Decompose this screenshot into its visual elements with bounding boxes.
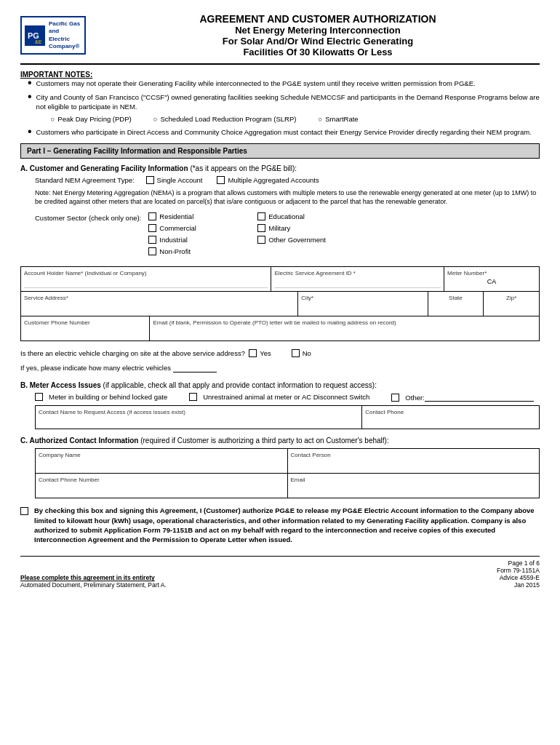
- meter-cell: Meter Number* CA: [444, 267, 539, 291]
- sector-grid: Residential Commercial Industrial Non-Pr…: [148, 212, 374, 259]
- c-phone-input[interactable]: [39, 485, 284, 495]
- ev-follow-up-text: If yes, please indicate how many electri…: [20, 362, 171, 374]
- zip-label: Zip*: [487, 295, 536, 301]
- sub-item-pdp: ○ Peak Day Pricing (PDP): [51, 114, 132, 124]
- svg-text:&E: &E: [35, 39, 42, 44]
- footer-right-line2: Form 79-1151A: [497, 567, 540, 574]
- single-account-option[interactable]: Single Account: [146, 176, 203, 184]
- multiple-accounts-checkbox[interactable]: [217, 176, 225, 184]
- contact-person-label: Contact Person: [291, 452, 537, 458]
- form-fields-block: Account Holder Name* (Individual or Comp…: [20, 266, 540, 341]
- commercial-checkbox[interactable]: [148, 224, 156, 232]
- esa-input[interactable]: [274, 278, 441, 288]
- industrial-checkbox[interactable]: [148, 236, 156, 244]
- ev-no-checkbox[interactable]: [292, 349, 300, 357]
- note-text-2: City and County of San Francisco ("CCSF"…: [36, 93, 540, 111]
- section-c-fields: Company Name Contact Person Contact Phon…: [35, 448, 540, 498]
- city-cell: City*: [298, 292, 428, 316]
- company-row2: Contact Phone Number Email: [36, 474, 539, 498]
- city-label: City*: [301, 295, 424, 301]
- contact-access-fields: Contact Name to Request Access (if acces…: [35, 405, 540, 429]
- email-input[interactable]: [153, 327, 536, 338]
- ev-yes-option[interactable]: Yes: [249, 347, 271, 359]
- sector-educational[interactable]: Educational: [257, 212, 359, 220]
- bullet-dot-1: •: [28, 77, 32, 89]
- esa-cell: Electric Service Agreement ID *: [271, 267, 444, 291]
- contact-access-name-cell: Contact Name to Request Access (if acces…: [36, 406, 362, 429]
- company-row1: Company Name Contact Person: [36, 449, 539, 474]
- sector-nonprofit[interactable]: Non-Profit: [148, 247, 228, 255]
- section-a-title: A. Customer and Generating Facility Info…: [20, 164, 540, 172]
- logo-text-line2: Electric Company®: [49, 36, 81, 51]
- auth-text: By checking this box and signing this Ag…: [34, 506, 540, 544]
- multiple-accounts-option[interactable]: Multiple Aggregated Accounts: [217, 176, 319, 184]
- sector-military[interactable]: Military: [257, 224, 359, 232]
- logo-text-line1: Pacific Gas and: [49, 20, 81, 36]
- c-phone-label: Contact Phone Number: [39, 477, 284, 483]
- footer-right-line3: Advice 4559-E: [497, 574, 540, 581]
- header-title: AGREEMENT AND CUSTOMER AUTHORIZATION Net…: [96, 13, 540, 57]
- contact-access-name-input[interactable]: [39, 417, 359, 426]
- note-bullet-3: • Customers who participate in Direct Ac…: [28, 127, 540, 138]
- sub-item-smartrate: ○ SmartRate: [318, 114, 358, 124]
- other-gov-checkbox[interactable]: [257, 236, 265, 244]
- customer-sector-row: Customer Sector (check only one): Reside…: [35, 212, 540, 259]
- contact-person-cell: Contact Person: [288, 449, 540, 473]
- auth-checkbox[interactable]: [20, 507, 28, 515]
- sector-commercial[interactable]: Commercial: [148, 224, 228, 232]
- ev-no-option[interactable]: No: [292, 347, 311, 359]
- educational-checkbox[interactable]: [257, 212, 265, 220]
- other-access-checkbox[interactable]: [391, 394, 399, 402]
- unrestrained-animal-checkbox[interactable]: [189, 393, 197, 401]
- military-checkbox[interactable]: [257, 224, 265, 232]
- contact-person-input[interactable]: [291, 460, 537, 470]
- unrestrained-animal-option[interactable]: Unrestrained animal at meter or AC Disco…: [189, 393, 369, 401]
- meter-value: CA: [447, 278, 536, 285]
- contact-access-phone-cell: Contact Phone: [362, 406, 539, 429]
- ev-count-input[interactable]: [173, 364, 217, 372]
- footer-right: Page 1 of 6 Form 79-1151A Advice 4559-E …: [497, 559, 540, 589]
- zip-input[interactable]: [487, 303, 536, 313]
- state-label: State: [431, 295, 481, 301]
- nonprofit-checkbox[interactable]: [148, 247, 156, 255]
- company-name-cell: Company Name: [36, 449, 288, 473]
- account-holder-input[interactable]: [24, 278, 268, 288]
- ev-row: Is there an electric vehicle charging on…: [20, 347, 540, 374]
- meter-options-row: Meter in building or behind locked gate …: [35, 393, 540, 402]
- residential-checkbox[interactable]: [148, 212, 156, 220]
- phone-input[interactable]: [24, 327, 146, 338]
- fields-row3: Customer Phone Number Email (if blank, P…: [21, 316, 539, 340]
- section-a: A. Customer and Generating Facility Info…: [20, 164, 540, 374]
- meter-locked-gate-checkbox[interactable]: [35, 393, 43, 401]
- note-bullet-1: • Customers may not operate their Genera…: [28, 79, 540, 89]
- meter-locked-gate-option[interactable]: Meter in building or behind locked gate: [35, 393, 167, 401]
- service-address-label: Service Address*: [24, 295, 295, 301]
- esa-label: Electric Service Agreement ID *: [274, 270, 441, 276]
- sector-other-gov[interactable]: Other Government: [257, 236, 359, 244]
- ev-follow-up-row: If yes, please indicate how many electri…: [20, 362, 540, 374]
- single-account-checkbox[interactable]: [146, 176, 154, 184]
- other-access-option[interactable]: Other:: [391, 393, 533, 402]
- c-email-label: Email: [291, 477, 537, 483]
- service-address-input[interactable]: [24, 303, 295, 313]
- state-input[interactable]: [431, 303, 481, 313]
- company-name-input[interactable]: [39, 460, 284, 470]
- part1-header: Part I – Generating Facility Information…: [20, 143, 540, 159]
- sector-industrial[interactable]: Industrial: [148, 236, 228, 244]
- nem-type-label: Standard NEM Agreement Type:: [35, 176, 135, 184]
- ev-yes-checkbox[interactable]: [249, 349, 257, 357]
- contact-access-phone-input[interactable]: [365, 417, 536, 426]
- zip-cell: Zip*: [484, 292, 539, 316]
- sub-list: ○ Peak Day Pricing (PDP) ○ Scheduled Loa…: [51, 114, 540, 124]
- title-line1: AGREEMENT AND CUSTOMER AUTHORIZATION: [96, 13, 540, 25]
- sector-col2: Educational Military Other Government: [257, 212, 374, 259]
- footer-right-line4: Jan 2015: [497, 581, 540, 589]
- other-access-input[interactable]: [425, 393, 534, 402]
- c-email-input[interactable]: [291, 485, 537, 495]
- email-cell: Email (if blank, Permission to Operate (…: [150, 316, 539, 340]
- phone-cell: Customer Phone Number: [21, 316, 150, 340]
- email-label: Email (if blank, Permission to Operate (…: [153, 319, 536, 326]
- state-cell: State: [428, 292, 484, 316]
- city-input[interactable]: [301, 303, 424, 313]
- sector-residential[interactable]: Residential: [148, 212, 228, 220]
